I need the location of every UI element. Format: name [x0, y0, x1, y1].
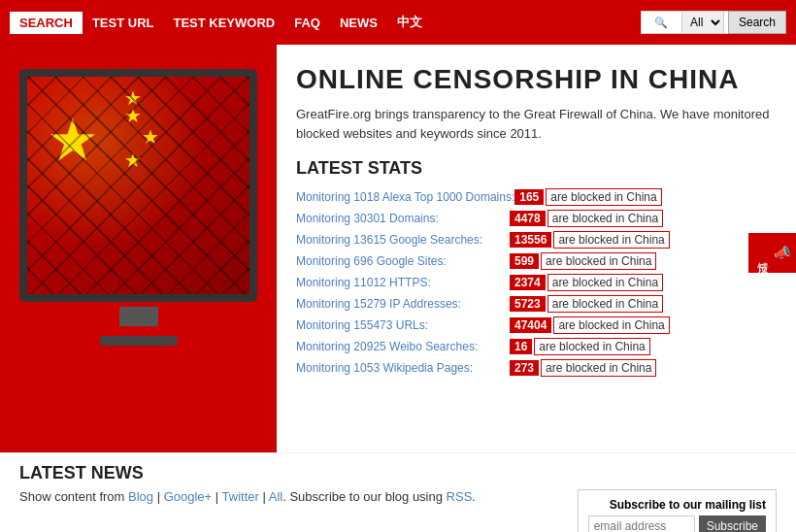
news-title: LATEST NEWS: [19, 463, 777, 483]
tv-stand: [100, 336, 178, 346]
nav-item-testkeyword[interactable]: TEST KEYWORD: [163, 12, 284, 34]
stats-title: LATEST STATS: [296, 158, 777, 179]
stat-label: Monitoring 20925 Weibo Searches:: [296, 340, 510, 353]
subscribe-text: Subscribe to our blog using: [289, 489, 443, 504]
feedback-megaphone-icon: 📣: [775, 245, 790, 261]
stat-text: are blocked in China: [534, 338, 649, 355]
stat-value: 165: [514, 189, 544, 205]
stat-value: 13556: [510, 232, 551, 248]
topbar: SEARCH TEST URL TEST KEYWORD FAQ NEWS 中文…: [0, 0, 796, 45]
stat-label: Monitoring 13615 Google Searches:: [296, 233, 510, 247]
stat-text: are blocked in China: [546, 188, 661, 206]
tv-screen: ★ ★ ★ ★ ★: [19, 69, 257, 302]
stat-text: are blocked in China: [553, 231, 669, 249]
page-description: GreatFire.org brings transparency to the…: [296, 105, 777, 143]
stat-row: Monitoring 1018 Alexa Top 1000 Domains: …: [296, 188, 777, 206]
show-content-label: Show content from: [19, 489, 124, 504]
nav-item-chinese[interactable]: 中文: [387, 10, 432, 35]
stat-text: are blocked in China: [553, 316, 669, 334]
page-title: ONLINE CENSORSHIP IN CHINA: [296, 64, 777, 95]
googleplus-link[interactable]: Google+: [164, 489, 213, 504]
mailing-list-title: Subscribe to our mailing list: [588, 498, 766, 512]
stat-value: 599: [510, 253, 539, 269]
tv-base: [119, 307, 158, 326]
stat-value: 5723: [510, 296, 546, 312]
search-filter-select[interactable]: All: [681, 11, 724, 34]
stat-row: Monitoring 155473 URLs: 47404 are blocke…: [296, 316, 777, 334]
stat-value: 273: [510, 360, 539, 376]
stat-value: 4478: [510, 211, 546, 226]
mailing-list-box: Subscribe to our mailing list Subscribe: [578, 489, 777, 532]
feedback-tab[interactable]: 📣 反馈: [748, 233, 796, 273]
news-links-area: Show content from Blog | Google+ | Twitt…: [19, 489, 476, 504]
stats-list: Monitoring 1018 Alexa Top 1000 Domains: …: [296, 188, 777, 377]
stat-label: Monitoring 1018 Alexa Top 1000 Domains:: [296, 190, 514, 204]
hero-image: ★ ★ ★ ★ ★: [0, 45, 277, 452]
stat-row: Monitoring 15279 IP Addresses: 5723 are …: [296, 295, 777, 313]
stat-row: Monitoring 20925 Weibo Searches: 16 are …: [296, 338, 777, 355]
news-section: LATEST NEWS Show content from Blog | Goo…: [0, 452, 796, 532]
stat-label: Monitoring 30301 Domains:: [296, 212, 510, 225]
stat-row: Monitoring 13615 Google Searches: 13556 …: [296, 231, 777, 249]
stat-value: 2374: [510, 275, 546, 290]
right-content: ONLINE CENSORSHIP IN CHINA GreatFire.org…: [277, 45, 796, 452]
main-content: ★ ★ ★ ★ ★ ONLINE CENSORSHIP IN CHINA Gre…: [0, 45, 796, 452]
stat-text: are blocked in China: [541, 359, 656, 377]
stat-row: Monitoring 11012 HTTPS: 2374 are blocked…: [296, 274, 777, 291]
stat-row: Monitoring 696 Google Sites: 599 are blo…: [296, 252, 777, 270]
tv-graphic: ★ ★ ★ ★ ★: [0, 54, 277, 355]
nav-item-testurl[interactable]: TEST URL: [83, 12, 164, 34]
rss-link[interactable]: RSS: [447, 489, 473, 504]
search-button[interactable]: Search: [728, 11, 786, 34]
stat-text: are blocked in China: [547, 295, 663, 313]
subscribe-button[interactable]: Subscribe: [699, 515, 766, 532]
nav-item-faq[interactable]: FAQ: [284, 12, 330, 34]
nav-item-news[interactable]: NEWS: [330, 12, 387, 34]
stat-label: Monitoring 1053 Wikipedia Pages:: [296, 361, 510, 375]
stat-row: Monitoring 1053 Wikipedia Pages: 273 are…: [296, 359, 777, 377]
stat-label: Monitoring 155473 URLs:: [296, 318, 510, 332]
stat-label: Monitoring 11012 HTTPS:: [296, 276, 510, 289]
all-link[interactable]: All: [269, 489, 282, 504]
news-bottom: Show content from Blog | Google+ | Twitt…: [19, 489, 777, 532]
stat-value: 16: [510, 339, 532, 354]
stat-text: are blocked in China: [541, 252, 656, 270]
twitter-link[interactable]: Twitter: [222, 489, 259, 504]
stat-label: Monitoring 15279 IP Addresses:: [296, 297, 510, 311]
stat-label: Monitoring 696 Google Sites:: [296, 254, 510, 268]
blog-link[interactable]: Blog: [128, 489, 153, 504]
stat-row: Monitoring 30301 Domains: 4478 are block…: [296, 210, 777, 227]
stat-text: are blocked in China: [547, 210, 663, 227]
stat-text: are blocked in China: [547, 274, 663, 291]
nav-item-search[interactable]: SEARCH: [10, 12, 83, 34]
search-bar: 🔍 All Search: [641, 11, 786, 34]
barbed-wire-overlay: [27, 77, 249, 294]
stat-value: 47404: [510, 317, 551, 333]
email-input[interactable]: [588, 515, 695, 532]
